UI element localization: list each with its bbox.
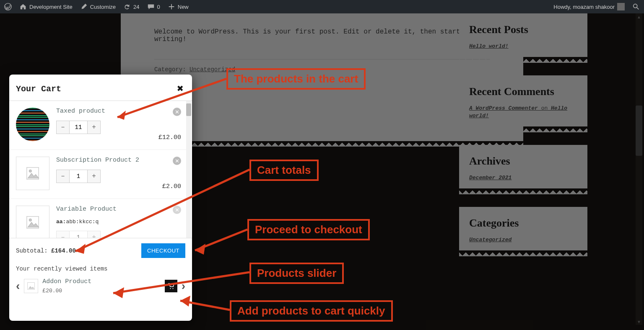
comments-count: 0 [157, 4, 160, 10]
cart-item-right: ✕ £12.00 [152, 108, 181, 141]
cart-item-name[interactable]: Variable Product [56, 206, 145, 213]
comment-icon [147, 3, 155, 10]
image-placeholder-icon [26, 215, 40, 229]
site-name-link[interactable]: Development Site [19, 3, 73, 10]
svg-point-3 [29, 170, 32, 173]
qty-input[interactable] [69, 121, 88, 134]
admin-bar-left: Development Site Customize 24 0 New [4, 3, 189, 10]
subtotal-value: £164.00 [51, 248, 76, 254]
annotation-add-quickly: Add products to cart quickly [230, 300, 393, 322]
comments-link[interactable]: 0 [147, 3, 160, 10]
cart-items-list: Taxed product – + ✕ £12.00 [9, 101, 186, 238]
subtotal-row: Subtotal: £164.00 CHECKOUT [16, 243, 185, 258]
plus-icon [168, 3, 175, 10]
refresh-icon [123, 3, 131, 10]
admin-bar-right: Howdy, moazam shakoor [553, 3, 640, 10]
home-icon [19, 3, 27, 10]
cart-item-variant: aa:abb:kkcc:q [56, 219, 145, 225]
qty-stepper: – + [56, 121, 101, 134]
cart-items-scroll: Taxed product – + ✕ £12.00 [9, 101, 192, 238]
slider-item-name[interactable]: Addon Product [42, 278, 160, 285]
cart-item-body: Variable Product aa:abb:kkcc:q – + [56, 206, 145, 238]
cart-item-body: Subscription Product 2 – + [56, 157, 145, 190]
howdy-text: Howdy, moazam shakoor [553, 4, 615, 10]
svg-point-5 [29, 219, 32, 222]
cart-item: Taxed product – + ✕ £12.00 [9, 101, 186, 150]
cart-remove-button[interactable]: ✕ [173, 206, 181, 214]
image-placeholder-icon [26, 166, 40, 180]
annotation-products-in-cart: The products in the cart [226, 68, 366, 90]
qty-decrement-button[interactable]: – [57, 121, 69, 134]
annotation-proceed-checkout: Proceed to checkout [247, 219, 370, 240]
slider-item-info: Addon Product £20.00 [42, 278, 160, 294]
cart-item-image[interactable] [16, 157, 49, 190]
wp-logo[interactable] [4, 3, 12, 10]
cart-item: Subscription Product 2 – + ✕ £2.00 [9, 150, 186, 199]
customize-text: Customize [90, 4, 116, 10]
admin-search[interactable] [632, 3, 640, 10]
cart-item-name[interactable]: Taxed product [56, 108, 145, 115]
checkout-button[interactable]: CHECKOUT [141, 243, 185, 258]
qty-increment-button[interactable]: + [88, 121, 100, 134]
updates-count: 24 [133, 4, 139, 10]
cart-item-right: ✕ £2.00 [152, 157, 181, 190]
cart-scrollbar-thumb[interactable] [186, 103, 191, 116]
image-placeholder-icon [27, 282, 35, 290]
cart-icon [167, 282, 175, 290]
qty-stepper: – + [56, 231, 101, 238]
cart-title: Your Cart [16, 84, 61, 94]
cart-item: Variable Product aa:abb:kkcc:q – + ✕ £10… [9, 199, 186, 238]
updates-link[interactable]: 24 [123, 3, 139, 10]
annotation-products-slider: Products slider [249, 263, 344, 284]
cart-header: Your Cart ✖ [9, 75, 192, 101]
wp-admin-bar: Development Site Customize 24 0 New Howd… [0, 0, 644, 13]
site-name-text: Development Site [29, 4, 73, 10]
cart-remove-button[interactable]: ✕ [173, 108, 181, 116]
svg-point-1 [634, 4, 637, 8]
cart-footer: Subtotal: £164.00 CHECKOUT Your recently… [9, 238, 192, 298]
cart-close-button[interactable]: ✖ [177, 82, 184, 95]
howdy-link[interactable]: Howdy, moazam shakoor [553, 3, 625, 10]
qty-stepper: – + [56, 170, 101, 183]
cart-item-body: Taxed product – + [56, 108, 145, 141]
subtotal-label: Subtotal: [16, 248, 51, 254]
cart-item-image[interactable] [16, 206, 49, 238]
search-icon [632, 3, 640, 10]
customize-link[interactable]: Customize [80, 3, 116, 10]
qty-input[interactable] [69, 231, 88, 238]
cart-item-price: £10.00 [158, 237, 181, 238]
qty-increment-button[interactable]: + [88, 170, 100, 183]
slider-add-to-cart-button[interactable] [165, 280, 177, 292]
slider-prev-button[interactable]: ‹ [16, 279, 20, 293]
cart-item-price: £12.00 [158, 134, 181, 141]
qty-input[interactable] [69, 170, 88, 183]
qty-decrement-button[interactable]: – [57, 231, 69, 238]
cart-popup: Your Cart ✖ Taxed product – + ✕ £12.00 [9, 75, 192, 321]
wordpress-icon [4, 3, 12, 10]
new-text: New [178, 4, 189, 10]
avatar-icon [617, 3, 625, 10]
product-slider: ‹ Addon Product £20.00 › [16, 278, 185, 294]
brush-icon [80, 3, 88, 10]
cart-item-image[interactable] [16, 108, 49, 141]
new-link[interactable]: New [168, 3, 189, 10]
cart-scrollbar-track[interactable] [186, 101, 191, 238]
qty-increment-button[interactable]: + [88, 231, 100, 238]
slider-item-image[interactable] [24, 279, 38, 293]
svg-point-7 [170, 288, 171, 289]
cart-item-right: ✕ £10.00 [152, 206, 181, 238]
cart-item-name[interactable]: Subscription Product 2 [56, 157, 145, 164]
qty-decrement-button[interactable]: – [57, 170, 69, 183]
slider-item-price: £20.00 [42, 288, 160, 294]
recent-viewed-label: Your recently viewed items [16, 266, 185, 272]
subtotal-text: Subtotal: £164.00 [16, 248, 76, 254]
annotation-cart-totals: Cart totals [249, 160, 319, 181]
cart-remove-button[interactable]: ✕ [173, 157, 181, 165]
svg-point-8 [172, 288, 173, 289]
slider-next-button[interactable]: › [182, 279, 185, 293]
cart-item-price: £2.00 [162, 183, 181, 190]
